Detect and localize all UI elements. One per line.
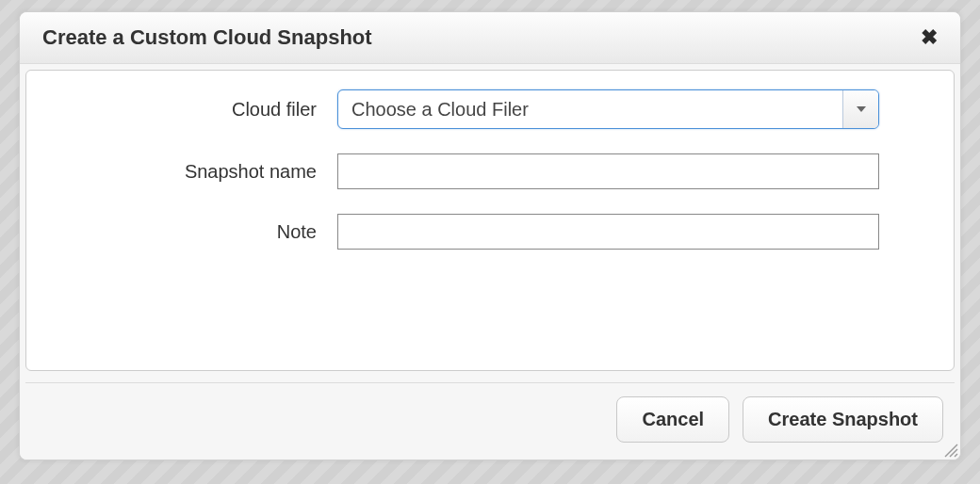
svg-line-2 [955, 454, 957, 457]
dialog-body: Cloud filer Choose a Cloud Filer Snapsho… [25, 70, 955, 371]
label-cloud-filer: Cloud filer [64, 99, 337, 121]
create-snapshot-dialog: Create a Custom Cloud Snapshot ✖ Cloud f… [19, 11, 961, 460]
cloud-filer-select[interactable]: Choose a Cloud Filer [337, 89, 879, 129]
row-snapshot-name: Snapshot name [64, 153, 916, 189]
dialog-footer: Cancel Create Snapshot [20, 383, 960, 460]
cloud-filer-selected-text: Choose a Cloud Filer [338, 90, 842, 128]
row-note: Note [64, 214, 916, 250]
label-snapshot-name: Snapshot name [64, 161, 337, 183]
resize-grip-icon[interactable] [941, 441, 958, 458]
snapshot-name-input[interactable] [337, 153, 879, 189]
note-input[interactable] [337, 214, 879, 250]
dialog-header: Create a Custom Cloud Snapshot ✖ [20, 12, 960, 64]
close-icon[interactable]: ✖ [915, 25, 943, 50]
cancel-button[interactable]: Cancel [616, 396, 729, 443]
label-note: Note [64, 221, 337, 243]
chevron-down-icon [842, 90, 878, 128]
create-snapshot-button[interactable]: Create Snapshot [743, 396, 943, 443]
row-cloud-filer: Cloud filer Choose a Cloud Filer [64, 89, 916, 129]
dialog-title: Create a Custom Cloud Snapshot [42, 25, 372, 50]
